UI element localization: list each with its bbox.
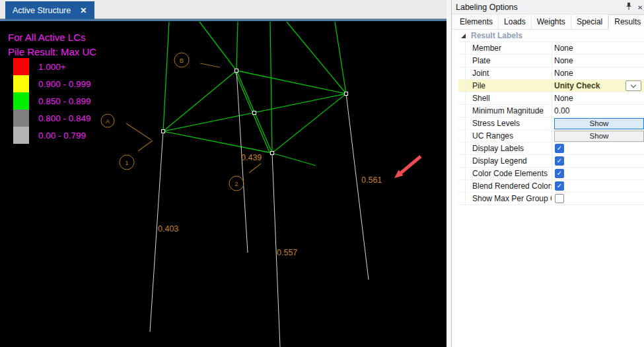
checkbox-blend-rendered-colors[interactable]: ✓ [555,181,564,191]
property-label-joint: Joint [466,67,552,79]
gridline-bubbles [101,53,244,191]
row-gutter [458,105,466,117]
legend-row: 0.900 - 0.999 [13,75,91,92]
row-gutter [458,193,466,205]
checkbox-display-labels[interactable]: ✓ [555,144,564,153]
pin-icon[interactable] [626,2,632,13]
panel-tabs: ElementsLoadsWeightsSpecialResults [452,15,644,30]
collapse-triangle-icon [461,34,466,38]
property-row-joint: JointNone [458,67,644,80]
property-value-cell-uc-ranges: Show [552,130,644,142]
property-label-stress-levels: Stress Levels [466,117,552,129]
legend-label: 0.850 - 0.899 [38,96,91,106]
bubble-label-2: 2 [234,180,238,187]
show-button-stress-levels[interactable]: Show [554,118,644,129]
legend-swatch [13,75,29,92]
legend-swatch [13,110,29,127]
value-member[interactable]: None [554,44,573,53]
value-minimum-magnitude[interactable]: 0.00 [554,106,569,115]
tab-active-structure[interactable]: Active Structure ✕ [5,1,94,19]
row-gutter [458,67,466,79]
property-row-pile: PileUnity Check [458,80,644,92]
value-joint[interactable]: None [554,69,573,78]
checkbox-show-max-per-group-or[interactable] [555,194,564,203]
pile-value-label: 0.439 [241,153,262,162]
tab-weights[interactable]: Weights [532,15,571,29]
property-label-color-code-elements: Color Code Elements [466,168,552,179]
property-row-shell: ShellNone [458,92,644,105]
structure-viewport[interactable]: A B 1 2 0.403 0.439 0.557 0.561 [0,21,447,347]
dropdown-button-pile[interactable] [626,80,641,91]
property-value-cell-joint: None [552,67,644,79]
row-gutter [458,92,466,104]
legend-row: 0.00 - 0.799 [13,127,91,144]
property-value-cell-color-code-elements: ✓ [552,168,644,179]
gridline-bubble-labels: A B 1 2 [106,57,238,187]
group-title: Result Labels [471,31,522,40]
group-header-result-labels[interactable]: Result Labels [458,30,644,42]
legend-row: 0.800 - 0.849 [13,110,91,127]
property-value-cell-minimum-magnitude: 0.00 [552,105,644,117]
bubble-label-b: B [180,57,184,64]
property-value-cell-display-legend: ✓ [552,155,644,167]
property-label-shell: Shell [466,92,552,104]
document-tab-bar: Active Structure ✕ [0,0,447,19]
legend-label: 1.000+ [38,62,66,72]
property-grid: Result Labels MemberNonePlateNoneJointNo… [458,30,644,205]
labeling-options-panel: Labeling Options ✕ ElementsLoadsWeightsS… [452,0,644,347]
panel-title-bar: Labeling Options ✕ [452,0,644,15]
value-pile[interactable]: Unity Check [554,81,600,90]
viewport-caption-line2: Pile Result: Max UC [8,46,96,57]
row-gutter [458,42,466,54]
value-shell[interactable]: None [554,94,573,103]
property-label-blend-rendered-colors: Blend Rendered Colors [466,180,552,192]
pointer-arrow [394,156,421,178]
pile-value-label: 0.403 [158,224,178,234]
panel-title: Labeling Options [456,3,518,12]
panel-close-icon[interactable]: ✕ [637,4,643,11]
property-value-cell-display-labels: ✓ [552,142,644,154]
property-row-blend-rendered-colors: Blend Rendered Colors✓ [458,180,644,193]
property-row-member: MemberNone [458,42,644,55]
checkbox-color-code-elements[interactable]: ✓ [555,169,564,178]
property-label-member: Member [466,42,552,54]
tab-loads[interactable]: Loads [499,15,532,29]
tab-special[interactable]: Special [571,15,608,29]
legend: 1.000+0.900 - 0.9990.850 - 0.8990.800 - … [13,58,91,144]
tab-close-icon[interactable]: ✕ [80,6,87,15]
property-value-cell-show-max-per-group-or [552,193,644,205]
legend-label: 0.00 - 0.799 [38,131,86,141]
pane-splitter[interactable] [447,0,452,347]
legend-swatch [13,127,29,144]
pile-value-label: 0.561 [361,175,382,185]
property-row-display-legend: Display Legend✓ [458,155,644,168]
property-row-plate: PlateNone [458,55,644,67]
member-lines [163,22,346,166]
row-gutter [458,168,466,179]
property-label-minimum-magnitude: Minimum Magnitude [466,105,552,117]
checkbox-display-legend[interactable]: ✓ [555,156,564,166]
viewport-caption-line1: For All Active LCs [8,32,86,43]
pile-value-label: 0.557 [277,248,297,257]
row-gutter [458,155,466,167]
chevron-down-icon [631,82,636,87]
property-label-uc-ranges: UC Ranges [466,130,552,142]
legend-row: 1.000+ [13,58,91,75]
row-gutter [458,180,466,192]
tab-results[interactable]: Results [608,15,644,30]
property-row-stress-levels: Stress LevelsShow [458,117,644,130]
tab-elements[interactable]: Elements [454,15,499,29]
property-label-show-max-per-group-or: Show Max Per Group Or [466,193,552,205]
show-button-uc-ranges[interactable]: Show [554,131,644,142]
property-value-cell-blend-rendered-colors: ✓ [552,180,644,192]
property-grid-rows: MemberNonePlateNoneJointNonePileUnity Ch… [458,42,644,205]
property-label-plate: Plate [466,55,552,67]
property-row-minimum-magnitude: Minimum Magnitude0.00 [458,105,644,117]
application-window: Active Structure ✕ [0,0,644,347]
property-row-display-labels: Display Labels✓ [458,142,644,155]
viewport-pane: Active Structure ✕ [0,0,447,347]
row-gutter [458,55,466,67]
property-label-display-labels: Display Labels [466,142,552,154]
value-plate[interactable]: None [554,56,573,65]
property-value-cell-shell: None [552,92,644,104]
